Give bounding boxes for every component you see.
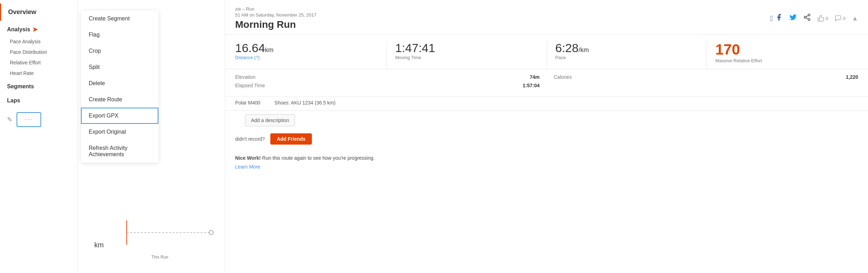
activity-date: 51 AM on Saturday, November 25, 2017 (235, 12, 316, 18)
svg-point-4 (804, 16, 806, 18)
elapsed-time-detail: Elapsed Time 1:57:04 (235, 83, 540, 88)
dropdown-create-route[interactable]: Create Route (81, 91, 158, 108)
dropdown-area: Create Segment Flag Crop Split Delete Cr… (77, 0, 225, 273)
pace-value: 6:28/km (555, 41, 690, 55)
dropdown-menu: Create Segment Flag Crop Split Delete Cr… (81, 11, 158, 163)
chart-svg (106, 220, 232, 252)
stats-row: 16.64km Distance (?) 1:47:41 Moving Time… (225, 35, 868, 69)
dropdown-crop[interactable]: Crop (81, 43, 158, 59)
learn-more-link[interactable]: Learn More (235, 163, 375, 171)
collapse-icon[interactable]: ▲ (852, 15, 858, 22)
twitter-icon[interactable] (789, 13, 797, 23)
nice-work-text: Nice Work! (235, 155, 261, 161)
sidebar-item-overview[interactable]: Overview (0, 4, 77, 21)
add-description-button[interactable]: Add a description (245, 114, 295, 126)
route-text: Nice Work! Run this route again to see h… (235, 154, 375, 171)
equipment-row: Polar M400 Shoes: AKU 1234 (36.5 km) (225, 96, 868, 111)
route-message: Run this route again to see how you're p… (262, 155, 375, 161)
main-content: zie – Run 51 AM on Saturday, November 25… (225, 0, 868, 273)
share-svg (803, 13, 811, 21)
dropdown-export-original[interactable]: Export Original (81, 124, 158, 140)
activity-title: Morning Run (235, 19, 316, 30)
moving-time-value: 1:47:41 (395, 41, 530, 55)
header-actions:  0 0 ▲ (770, 13, 858, 23)
shoes-label: Shoes: AKU 1234 (36.5 km) (275, 100, 336, 106)
svg-point-5 (808, 19, 810, 20)
pace-stat: 6:28/km Pace (555, 41, 698, 69)
km-label: km (94, 241, 104, 249)
device-label: Polar M400 (235, 100, 260, 106)
dropdown-create-segment[interactable]: Create Segment (81, 11, 158, 27)
more-button[interactable]: ··· (17, 112, 41, 127)
elevation-detail: Elevation 74m (235, 74, 540, 80)
moving-time-label: Moving Time (395, 55, 530, 60)
description-area: Add a description (225, 111, 868, 130)
elevation-label: Elevation (235, 74, 256, 80)
friends-prompt: didn't record? (235, 136, 265, 142)
distance-value: 16.64km (235, 41, 370, 55)
svg-line-7 (806, 15, 808, 17)
stat-divider-3 (706, 41, 707, 69)
distance-stat: 16.64km Distance (?) (235, 41, 378, 69)
edit-icon[interactable]: ✎ (7, 116, 12, 123)
pace-label: Pace (555, 55, 690, 60)
stat-divider-2 (547, 41, 547, 69)
comments-count: 0 (843, 16, 845, 21)
elapsed-time-value: 1:57:04 (523, 83, 540, 88)
sidebar-item-relative-effort[interactable]: Relative Effort (0, 57, 77, 68)
activity-subtitle: zie – Run (235, 6, 316, 12)
sidebar-item-pace-distribution[interactable]: Pace Distribution (0, 47, 77, 57)
dropdown-refresh-activity[interactable]: Refresh ActivityAchievements (81, 140, 158, 163)
thumbs-up-icon (817, 15, 824, 22)
relative-effort-label: Massive Relative Effort (715, 58, 850, 63)
stat-divider-1 (386, 41, 387, 69)
calories-label: Calories (554, 74, 572, 80)
relative-effort-stat: 170 Massive Relative Effort (715, 41, 858, 69)
route-suggestion: Nice Work! Run this route again to see h… (225, 148, 868, 177)
detail-group-right: Calories 1,220 (554, 74, 858, 91)
details-row: Elevation 74m Elapsed Time 1:57:04 Calor… (225, 69, 868, 96)
friends-area: didn't record? Add Friends (225, 130, 868, 148)
dropdown-export-gpx[interactable]: Export GPX (81, 108, 158, 124)
svg-line-6 (806, 18, 808, 19)
dropdown-split[interactable]: Split (81, 59, 158, 75)
add-friends-button[interactable]: Add Friends (270, 133, 312, 145)
calories-detail: Calories 1,220 (554, 74, 858, 80)
facebook-icon[interactable]:  (770, 13, 783, 23)
comments-button[interactable]: 0 (835, 15, 845, 22)
comment-icon (835, 15, 842, 22)
activity-title-area: zie – Run 51 AM on Saturday, November 25… (235, 6, 316, 30)
calories-value: 1,220 (846, 74, 858, 80)
likes-button[interactable]: 0 (817, 15, 828, 22)
elevation-value: 74m (530, 74, 540, 80)
sidebar: Overview Analysis ➤ Pace Analysis Pace D… (0, 0, 77, 273)
sidebar-item-heart-rate[interactable]: Heart Rate (0, 68, 77, 78)
this-run-label: This Run (151, 255, 168, 260)
sidebar-section-analysis: Analysis ➤ (0, 21, 77, 36)
share-icon[interactable] (803, 13, 811, 23)
sidebar-item-pace-analysis[interactable]: Pace Analysis (0, 36, 77, 47)
chevron-right-icon: ➤ (32, 26, 38, 33)
elapsed-time-label: Elapsed Time (235, 83, 265, 88)
sidebar-bottom: ✎ ··· (0, 107, 77, 133)
distance-link[interactable]: Distance (?) (235, 55, 260, 60)
likes-count: 0 (826, 16, 828, 21)
analysis-label: Analysis (7, 26, 30, 33)
sidebar-section-laps: Laps (0, 93, 77, 107)
overview-label: Overview (8, 8, 36, 16)
svg-point-3 (808, 14, 810, 16)
detail-group-left: Elevation 74m Elapsed Time 1:57:04 (235, 74, 540, 91)
relative-effort-value: 170 (715, 41, 850, 58)
main-header: zie – Run 51 AM on Saturday, November 25… (225, 0, 868, 35)
dropdown-delete[interactable]: Delete (81, 75, 158, 91)
segments-label: Segments (7, 83, 34, 90)
facebook-svg (775, 13, 783, 21)
moving-time-stat: 1:47:41 Moving Time (395, 41, 538, 69)
sidebar-section-segments: Segments (0, 78, 77, 93)
dropdown-flag[interactable]: Flag (81, 27, 158, 43)
twitter-svg (789, 13, 797, 21)
distance-label: Distance (?) (235, 55, 370, 60)
